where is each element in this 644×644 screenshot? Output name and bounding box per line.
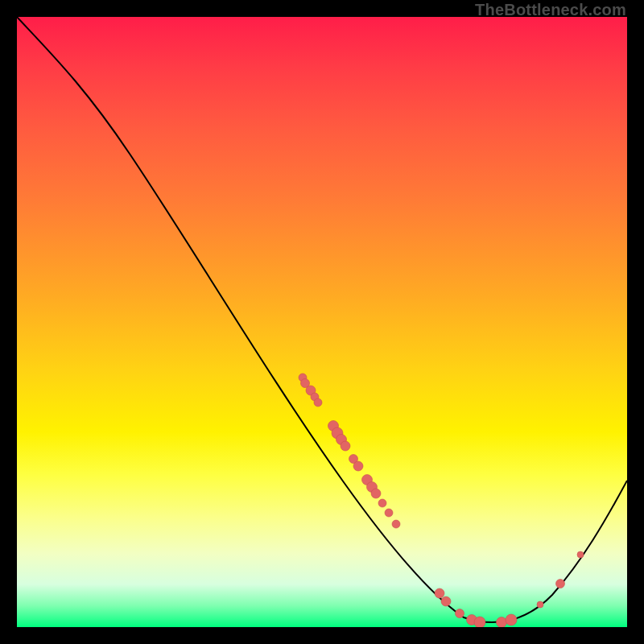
data-marker (314, 398, 322, 407)
data-marker (385, 509, 393, 517)
data-marker (435, 588, 444, 598)
watermark-brand: TheBottleneck.com (475, 1, 626, 19)
data-marker (353, 461, 363, 471)
data-marker (371, 489, 381, 498)
data-marker (341, 441, 350, 451)
data-marker (474, 617, 485, 627)
bottleneck-curve (17, 17, 627, 622)
data-marker (392, 520, 400, 528)
data-marker (456, 609, 464, 618)
data-marker (556, 580, 565, 588)
plot-area (17, 17, 627, 627)
chart-svg (17, 17, 627, 627)
data-marker (378, 499, 386, 507)
data-marker (506, 614, 517, 625)
data-markers (299, 374, 584, 627)
data-marker (577, 551, 584, 558)
data-marker (537, 601, 543, 608)
chart-stage: TheBottleneck.com (0, 0, 644, 644)
data-marker (441, 597, 451, 606)
data-marker (497, 617, 507, 628)
